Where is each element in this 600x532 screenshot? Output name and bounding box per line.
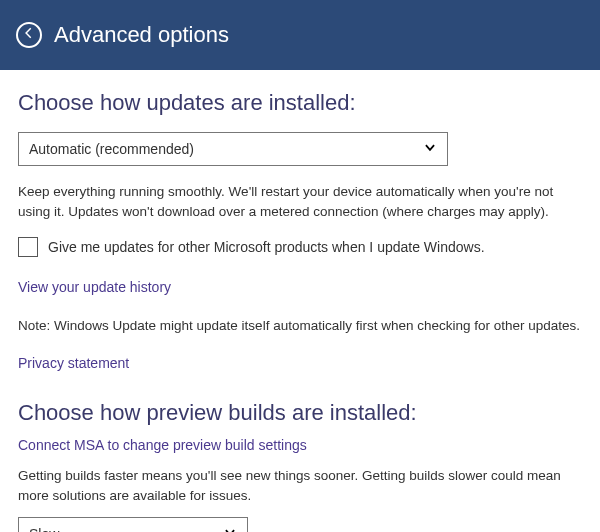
chevron-down-icon [423,141,437,158]
preview-description: Getting builds faster means you'll see n… [18,466,578,505]
back-button[interactable] [16,22,42,48]
updates-section-title: Choose how updates are installed: [18,90,582,116]
privacy-link[interactable]: Privacy statement [18,355,129,371]
update-history-link[interactable]: View your update history [18,279,171,295]
preview-section-title: Choose how preview builds are installed: [18,400,582,426]
content-area: Choose how updates are installed: Automa… [0,70,600,532]
other-products-label: Give me updates for other Microsoft prod… [48,239,485,255]
arrow-left-icon [22,26,36,44]
update-mode-select[interactable]: Automatic (recommended) [18,132,448,166]
updates-description: Keep everything running smoothly. We'll … [18,182,578,221]
msa-link[interactable]: Connect MSA to change preview build sett… [18,437,307,453]
preview-ring-value: Slow [29,526,59,532]
other-products-checkbox[interactable] [18,237,38,257]
page-title: Advanced options [54,22,229,48]
preview-ring-select[interactable]: Slow [18,517,248,532]
chevron-down-icon [223,526,237,532]
other-products-row: Give me updates for other Microsoft prod… [18,237,582,257]
header-bar: Advanced options [0,0,600,70]
update-mode-value: Automatic (recommended) [29,141,194,157]
update-note: Note: Windows Update might update itself… [18,318,582,333]
